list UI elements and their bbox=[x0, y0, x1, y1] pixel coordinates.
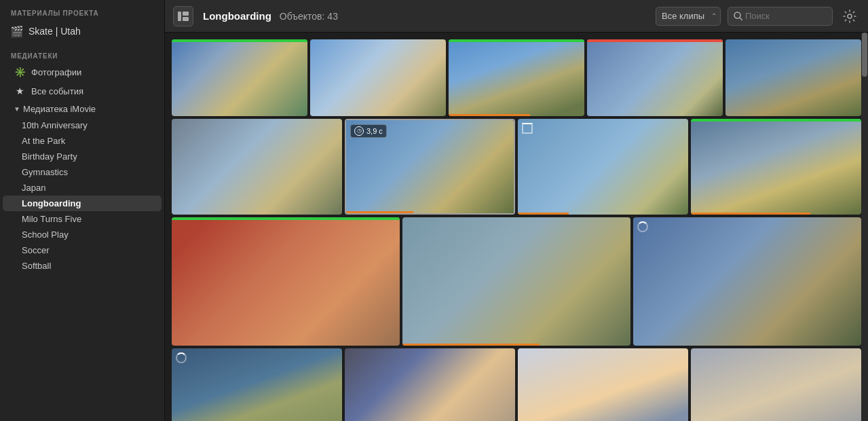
clip-row-2: ◷ 3,9 с bbox=[172, 119, 861, 215]
bar-bottom bbox=[691, 213, 810, 215]
filter-select[interactable]: Все клипы bbox=[656, 7, 721, 26]
scrollbar-track[interactable] bbox=[861, 33, 868, 421]
clip-row-3 bbox=[172, 217, 861, 346]
sidebar-sub-label-0: 10th Anniversary bbox=[22, 120, 88, 130]
sidebar-item-photos[interactable]: ✳️ Фотографии bbox=[3, 62, 162, 81]
clip-cell-2-4[interactable] bbox=[691, 119, 861, 215]
search-icon bbox=[734, 12, 742, 20]
clip-cell-4-2[interactable] bbox=[345, 348, 515, 421]
svg-point-3 bbox=[734, 12, 740, 18]
spinner-icon-3 bbox=[176, 352, 187, 363]
sidebar-item-imovie-library[interactable]: ▼ Медиатека iMovie bbox=[3, 100, 162, 117]
svg-rect-2 bbox=[183, 17, 189, 21]
toolbar-title: Longboarding bbox=[203, 10, 271, 22]
sidebar-item-all-events[interactable]: ★ Все события bbox=[3, 81, 162, 100]
bar-top bbox=[587, 39, 723, 42]
photos-icon: ✳️ bbox=[14, 66, 26, 78]
clip-cell-2-2[interactable]: ◷ 3,9 с bbox=[345, 119, 515, 215]
clip-row-1 bbox=[172, 39, 861, 116]
bar-bottom bbox=[346, 211, 413, 213]
clip-cell-2-1[interactable] bbox=[172, 119, 342, 215]
sidebar-item-softball[interactable]: Softball bbox=[3, 258, 162, 274]
clip-grid-area: ◷ 3,9 с bbox=[165, 33, 868, 421]
svg-rect-0 bbox=[178, 12, 181, 21]
sidebar-item-milo-turns-five[interactable]: Milo Turns Five bbox=[3, 211, 162, 227]
spinner-icon-2 bbox=[637, 221, 648, 232]
svg-point-5 bbox=[848, 14, 852, 18]
svg-line-4 bbox=[740, 18, 742, 20]
clock-icon: ◷ bbox=[354, 126, 364, 136]
sidebar-sub-label-5: Longboarding bbox=[22, 198, 81, 208]
bar-bottom bbox=[402, 344, 540, 346]
main-panel: Longboarding Объектов: 43 Все клипы ⌃ bbox=[165, 0, 868, 421]
clapper-icon: 🎬 bbox=[11, 25, 23, 37]
layout-icon bbox=[178, 12, 189, 21]
toolbar-count-label: Объектов: 43 bbox=[280, 11, 338, 22]
bar-top bbox=[172, 39, 307, 42]
svg-rect-1 bbox=[183, 12, 189, 16]
clip-cell-4-4[interactable] bbox=[691, 348, 861, 421]
clip-cell-1-2[interactable] bbox=[310, 39, 446, 116]
sidebar-item-birthday-party[interactable]: Birthday Party bbox=[3, 149, 162, 164]
sidebar-item-10th-anniversary[interactable]: 10th Anniversary bbox=[3, 117, 162, 133]
filter-wrapper[interactable]: Все клипы ⌃ bbox=[656, 7, 721, 26]
search-wrapper bbox=[728, 7, 833, 26]
bar-top bbox=[691, 119, 861, 122]
project-item[interactable]: 🎬 Skate | Utah bbox=[0, 20, 164, 43]
sidebar-item-soccer[interactable]: Soccer bbox=[3, 242, 162, 258]
clip-cell-3-1[interactable] bbox=[172, 217, 400, 346]
gear-icon bbox=[843, 10, 856, 23]
clip-cell-3-3[interactable] bbox=[633, 217, 861, 346]
bar-top bbox=[172, 217, 400, 220]
sidebar-item-japan[interactable]: Japan bbox=[3, 180, 162, 196]
sidebar-sub-label-9: Softball bbox=[22, 261, 51, 271]
duration-text: 3,9 с bbox=[366, 127, 383, 135]
spinner-icon bbox=[522, 123, 533, 134]
sidebar-sub-label-6: Milo Turns Five bbox=[22, 214, 81, 224]
sidebar-sub-label-4: Japan bbox=[22, 183, 45, 193]
clip-cell-1-1[interactable] bbox=[172, 39, 307, 116]
bar-top bbox=[449, 39, 584, 42]
clip-cell-2-3[interactable] bbox=[518, 119, 688, 215]
clip-cell-1-5[interactable] bbox=[725, 39, 861, 116]
tree-arrow-icon: ▼ bbox=[14, 105, 20, 113]
bar-bottom bbox=[449, 114, 530, 116]
clip-cell-4-3[interactable] bbox=[518, 348, 688, 421]
sidebar-item-gymnastics[interactable]: Gymnastics bbox=[3, 164, 162, 180]
sidebar-item-at-the-park[interactable]: At the Park bbox=[3, 133, 162, 149]
toolbar: Longboarding Объектов: 43 Все клипы ⌃ bbox=[165, 0, 868, 33]
sidebar-sub-label-1: At the Park bbox=[22, 136, 65, 146]
sidebar-item-longboarding[interactable]: Longboarding bbox=[3, 196, 162, 211]
clip-row-4 bbox=[172, 348, 861, 421]
sidebar-item-school-play[interactable]: School Play bbox=[3, 227, 162, 242]
clip-duration: ◷ 3,9 с bbox=[350, 124, 387, 138]
sidebar-item-photos-label: Фотографии bbox=[31, 67, 81, 77]
star-icon: ★ bbox=[14, 85, 26, 97]
sidebar-sub-label-2: Birthday Party bbox=[22, 151, 77, 162]
bar-bottom bbox=[518, 213, 569, 215]
sidebar-item-all-events-label: Все события bbox=[31, 86, 83, 96]
scrollbar-thumb[interactable] bbox=[862, 33, 867, 77]
search-input[interactable] bbox=[745, 11, 827, 21]
section-project-header: МАТЕРИАЛЫ ПРОЕКТА bbox=[0, 0, 164, 20]
sidebar: МАТЕРИАЛЫ ПРОЕКТА 🎬 Skate | Utah МЕДИАТЕ… bbox=[0, 0, 165, 421]
sidebar-sub-label-8: Soccer bbox=[22, 245, 49, 255]
clip-cell-1-3[interactable] bbox=[449, 39, 584, 116]
clip-cell-3-2[interactable] bbox=[402, 217, 630, 346]
layout-toggle-button[interactable] bbox=[173, 6, 193, 26]
clip-cell-1-4[interactable] bbox=[587, 39, 723, 116]
settings-button[interactable] bbox=[839, 6, 860, 26]
clip-cell-4-1[interactable] bbox=[172, 348, 342, 421]
section-libraries-header: МЕДИАТЕКИ bbox=[0, 43, 164, 62]
project-name: Skate | Utah bbox=[29, 26, 81, 37]
sidebar-sub-label-3: Gymnastics bbox=[22, 167, 68, 177]
sidebar-item-imovie-label: Медиатека iMovie bbox=[23, 104, 96, 114]
sidebar-sub-label-7: School Play bbox=[22, 230, 69, 240]
